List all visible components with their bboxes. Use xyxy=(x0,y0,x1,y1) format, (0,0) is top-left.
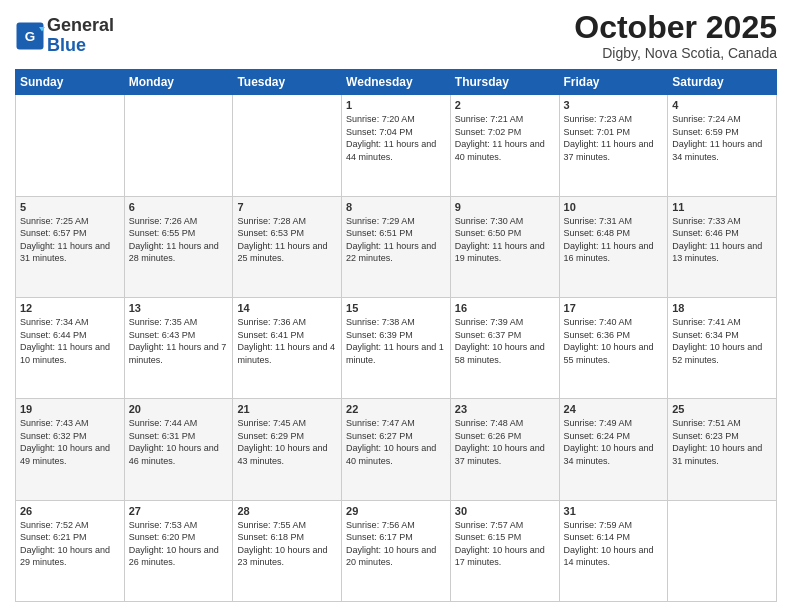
day-info: Sunrise: 7:39 AM Sunset: 6:37 PM Dayligh… xyxy=(455,316,555,366)
day-cell-2-5: 17Sunrise: 7:40 AM Sunset: 6:36 PM Dayli… xyxy=(559,297,668,398)
day-cell-4-3: 29Sunrise: 7:56 AM Sunset: 6:17 PM Dayli… xyxy=(342,500,451,601)
day-cell-1-2: 7Sunrise: 7:28 AM Sunset: 6:53 PM Daylig… xyxy=(233,196,342,297)
day-number: 21 xyxy=(237,403,337,415)
day-info: Sunrise: 7:35 AM Sunset: 6:43 PM Dayligh… xyxy=(129,316,229,366)
day-info: Sunrise: 7:49 AM Sunset: 6:24 PM Dayligh… xyxy=(564,417,664,467)
day-cell-0-3: 1Sunrise: 7:20 AM Sunset: 7:04 PM Daylig… xyxy=(342,95,451,196)
day-number: 27 xyxy=(129,505,229,517)
day-info: Sunrise: 7:23 AM Sunset: 7:01 PM Dayligh… xyxy=(564,113,664,163)
header-row: Sunday Monday Tuesday Wednesday Thursday… xyxy=(16,70,777,95)
day-info: Sunrise: 7:29 AM Sunset: 6:51 PM Dayligh… xyxy=(346,215,446,265)
week-row-2: 5Sunrise: 7:25 AM Sunset: 6:57 PM Daylig… xyxy=(16,196,777,297)
day-number: 18 xyxy=(672,302,772,314)
day-info: Sunrise: 7:44 AM Sunset: 6:31 PM Dayligh… xyxy=(129,417,229,467)
day-cell-1-1: 6Sunrise: 7:26 AM Sunset: 6:55 PM Daylig… xyxy=(124,196,233,297)
day-cell-3-5: 24Sunrise: 7:49 AM Sunset: 6:24 PM Dayli… xyxy=(559,399,668,500)
day-cell-0-1 xyxy=(124,95,233,196)
day-cell-2-6: 18Sunrise: 7:41 AM Sunset: 6:34 PM Dayli… xyxy=(668,297,777,398)
day-cell-3-6: 25Sunrise: 7:51 AM Sunset: 6:23 PM Dayli… xyxy=(668,399,777,500)
day-info: Sunrise: 7:24 AM Sunset: 6:59 PM Dayligh… xyxy=(672,113,772,163)
day-info: Sunrise: 7:43 AM Sunset: 6:32 PM Dayligh… xyxy=(20,417,120,467)
day-number: 2 xyxy=(455,99,555,111)
day-number: 14 xyxy=(237,302,337,314)
day-number: 9 xyxy=(455,201,555,213)
day-number: 10 xyxy=(564,201,664,213)
day-cell-1-5: 10Sunrise: 7:31 AM Sunset: 6:48 PM Dayli… xyxy=(559,196,668,297)
day-cell-2-4: 16Sunrise: 7:39 AM Sunset: 6:37 PM Dayli… xyxy=(450,297,559,398)
col-monday: Monday xyxy=(124,70,233,95)
day-info: Sunrise: 7:55 AM Sunset: 6:18 PM Dayligh… xyxy=(237,519,337,569)
day-cell-4-6 xyxy=(668,500,777,601)
day-number: 25 xyxy=(672,403,772,415)
day-cell-4-1: 27Sunrise: 7:53 AM Sunset: 6:20 PM Dayli… xyxy=(124,500,233,601)
day-info: Sunrise: 7:36 AM Sunset: 6:41 PM Dayligh… xyxy=(237,316,337,366)
day-cell-2-1: 13Sunrise: 7:35 AM Sunset: 6:43 PM Dayli… xyxy=(124,297,233,398)
day-cell-2-0: 12Sunrise: 7:34 AM Sunset: 6:44 PM Dayli… xyxy=(16,297,125,398)
day-cell-0-0 xyxy=(16,95,125,196)
logo-blue: Blue xyxy=(47,36,114,56)
location-subtitle: Digby, Nova Scotia, Canada xyxy=(574,45,777,61)
day-number: 3 xyxy=(564,99,664,111)
day-cell-1-4: 9Sunrise: 7:30 AM Sunset: 6:50 PM Daylig… xyxy=(450,196,559,297)
day-cell-0-6: 4Sunrise: 7:24 AM Sunset: 6:59 PM Daylig… xyxy=(668,95,777,196)
day-number: 11 xyxy=(672,201,772,213)
logo-text: General Blue xyxy=(47,16,114,56)
title-block: October 2025 Digby, Nova Scotia, Canada xyxy=(574,10,777,61)
day-info: Sunrise: 7:30 AM Sunset: 6:50 PM Dayligh… xyxy=(455,215,555,265)
day-number: 12 xyxy=(20,302,120,314)
day-info: Sunrise: 7:26 AM Sunset: 6:55 PM Dayligh… xyxy=(129,215,229,265)
day-cell-3-1: 20Sunrise: 7:44 AM Sunset: 6:31 PM Dayli… xyxy=(124,399,233,500)
day-number: 20 xyxy=(129,403,229,415)
week-row-3: 12Sunrise: 7:34 AM Sunset: 6:44 PM Dayli… xyxy=(16,297,777,398)
day-info: Sunrise: 7:53 AM Sunset: 6:20 PM Dayligh… xyxy=(129,519,229,569)
col-wednesday: Wednesday xyxy=(342,70,451,95)
calendar-table: Sunday Monday Tuesday Wednesday Thursday… xyxy=(15,69,777,602)
day-cell-3-4: 23Sunrise: 7:48 AM Sunset: 6:26 PM Dayli… xyxy=(450,399,559,500)
day-info: Sunrise: 7:59 AM Sunset: 6:14 PM Dayligh… xyxy=(564,519,664,569)
svg-text:G: G xyxy=(25,28,36,43)
day-info: Sunrise: 7:25 AM Sunset: 6:57 PM Dayligh… xyxy=(20,215,120,265)
day-number: 19 xyxy=(20,403,120,415)
day-info: Sunrise: 7:45 AM Sunset: 6:29 PM Dayligh… xyxy=(237,417,337,467)
day-number: 8 xyxy=(346,201,446,213)
day-cell-2-3: 15Sunrise: 7:38 AM Sunset: 6:39 PM Dayli… xyxy=(342,297,451,398)
day-info: Sunrise: 7:38 AM Sunset: 6:39 PM Dayligh… xyxy=(346,316,446,366)
day-number: 26 xyxy=(20,505,120,517)
day-cell-1-0: 5Sunrise: 7:25 AM Sunset: 6:57 PM Daylig… xyxy=(16,196,125,297)
week-row-4: 19Sunrise: 7:43 AM Sunset: 6:32 PM Dayli… xyxy=(16,399,777,500)
day-cell-1-3: 8Sunrise: 7:29 AM Sunset: 6:51 PM Daylig… xyxy=(342,196,451,297)
day-cell-2-2: 14Sunrise: 7:36 AM Sunset: 6:41 PM Dayli… xyxy=(233,297,342,398)
day-info: Sunrise: 7:51 AM Sunset: 6:23 PM Dayligh… xyxy=(672,417,772,467)
day-info: Sunrise: 7:41 AM Sunset: 6:34 PM Dayligh… xyxy=(672,316,772,366)
day-info: Sunrise: 7:34 AM Sunset: 6:44 PM Dayligh… xyxy=(20,316,120,366)
day-number: 22 xyxy=(346,403,446,415)
day-info: Sunrise: 7:33 AM Sunset: 6:46 PM Dayligh… xyxy=(672,215,772,265)
day-number: 28 xyxy=(237,505,337,517)
day-info: Sunrise: 7:20 AM Sunset: 7:04 PM Dayligh… xyxy=(346,113,446,163)
month-title: October 2025 xyxy=(574,10,777,45)
day-number: 30 xyxy=(455,505,555,517)
day-cell-0-2 xyxy=(233,95,342,196)
col-saturday: Saturday xyxy=(668,70,777,95)
col-tuesday: Tuesday xyxy=(233,70,342,95)
day-number: 17 xyxy=(564,302,664,314)
day-cell-1-6: 11Sunrise: 7:33 AM Sunset: 6:46 PM Dayli… xyxy=(668,196,777,297)
day-number: 15 xyxy=(346,302,446,314)
col-sunday: Sunday xyxy=(16,70,125,95)
day-number: 13 xyxy=(129,302,229,314)
day-info: Sunrise: 7:21 AM Sunset: 7:02 PM Dayligh… xyxy=(455,113,555,163)
day-number: 7 xyxy=(237,201,337,213)
header: G General Blue October 2025 Digby, Nova … xyxy=(15,10,777,61)
day-number: 31 xyxy=(564,505,664,517)
day-cell-3-3: 22Sunrise: 7:47 AM Sunset: 6:27 PM Dayli… xyxy=(342,399,451,500)
day-number: 23 xyxy=(455,403,555,415)
day-number: 4 xyxy=(672,99,772,111)
week-row-1: 1Sunrise: 7:20 AM Sunset: 7:04 PM Daylig… xyxy=(16,95,777,196)
day-cell-4-0: 26Sunrise: 7:52 AM Sunset: 6:21 PM Dayli… xyxy=(16,500,125,601)
day-cell-0-4: 2Sunrise: 7:21 AM Sunset: 7:02 PM Daylig… xyxy=(450,95,559,196)
day-cell-3-2: 21Sunrise: 7:45 AM Sunset: 6:29 PM Dayli… xyxy=(233,399,342,500)
page: G General Blue October 2025 Digby, Nova … xyxy=(0,0,792,612)
day-cell-4-2: 28Sunrise: 7:55 AM Sunset: 6:18 PM Dayli… xyxy=(233,500,342,601)
logo: G General Blue xyxy=(15,16,114,56)
day-info: Sunrise: 7:56 AM Sunset: 6:17 PM Dayligh… xyxy=(346,519,446,569)
